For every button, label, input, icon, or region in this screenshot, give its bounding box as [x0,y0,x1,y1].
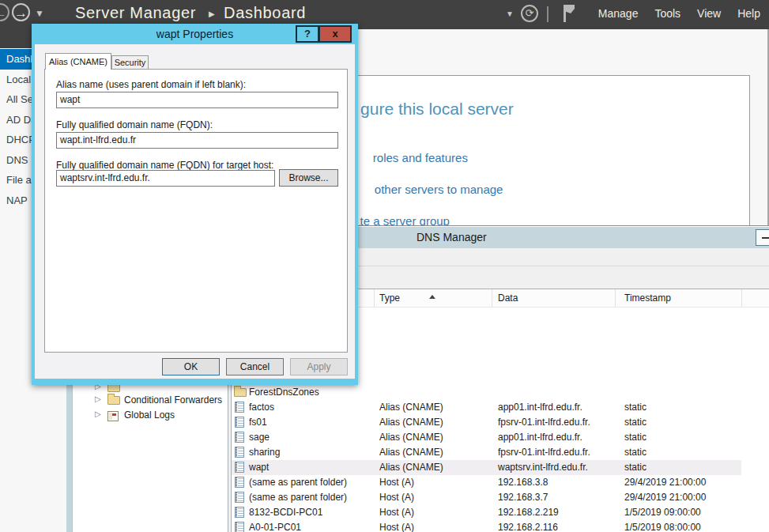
record-type: Host (A) [379,522,414,532]
column-separator[interactable] [615,289,616,307]
record-name: ForestDnsZones [249,387,319,398]
folder-icon [234,388,247,397]
record-timestamp: static [624,417,646,428]
ok-button[interactable]: OK [162,358,220,375]
record-data: waptsrv.int-lfrd.edu.fr. [498,462,588,473]
dns-record-row-wapt[interactable]: waptAlias (CNAME)waptsrv.int-lfrd.edu.fr… [232,460,769,475]
welcome-link-add-servers[interactable]: Add other servers to manage [375,183,503,196]
record-icon [235,417,244,428]
minimize-button[interactable] [756,229,769,246]
record-name: (same as parent folder) [249,492,347,503]
record-timestamp: 29/4/2019 21:00:00 [624,477,706,488]
column-header-type[interactable]: Type [379,292,400,304]
record-icon [235,402,244,413]
record-data: 192.168.2.219 [498,507,559,518]
nav-dropdown-icon[interactable]: ▼ [35,8,44,19]
dns-record-row-8132-bcdi-pc01[interactable]: 8132-BCDI-PC01Host (A)192.168.2.2191/5/2… [232,505,769,520]
fqdn-input[interactable]: wapt.int-lfrd.edu.fr [56,132,338,149]
target-host-input[interactable]: waptsrv.int-lfrd.edu.fr. [56,170,275,187]
column-separator[interactable] [492,289,492,307]
refresh-icon[interactable]: ⟳ [521,5,538,22]
target-host-label: Fully qualified domain name (FQDN) for t… [56,160,273,171]
apply-button[interactable]: Apply [290,358,348,375]
folder-icon [107,396,120,405]
record-icon [235,477,244,488]
record-type: Alias (CNAME) [379,417,443,428]
menu-tools[interactable]: Tools [654,7,680,20]
dns-record-row--same-as-parent-folder-[interactable]: (same as parent folder)Host (A)192.168.3… [232,475,769,490]
record-name: A0-01-PC01 [249,522,301,532]
dns-record-row-sharing[interactable]: sharingAlias (CNAME)fpsrv-01.int-lfrd.ed… [232,445,769,460]
breadcrumb-root[interactable]: Server Manager [75,4,196,22]
tab-alias-cname[interactable]: Alias (CNAME) [45,53,111,70]
dialog-close-button[interactable]: x [319,25,352,43]
record-type: Alias (CNAME) [379,402,443,413]
record-name: (same as parent folder) [249,477,347,488]
record-type: Alias (CNAME) [379,462,443,473]
record-name: factos [249,402,274,413]
welcome-heading[interactable]: Configure this local server [360,100,514,119]
column-separator[interactable] [741,289,742,307]
dialog-body: Alias (CNAME) Security Alias name (uses … [35,44,355,379]
dns-record-row-forestdnszones[interactable]: ForestDnsZones [232,385,769,400]
tree-item-label: Global Logs [124,409,175,421]
sort-ascending-icon [429,295,435,299]
flag-icon[interactable] [564,5,566,22]
record-icon [235,462,244,473]
menu-help[interactable]: Help [737,7,760,20]
fqdn-label: Fully qualified domain name (FQDN): [56,119,213,130]
record-timestamp: static [624,447,646,458]
record-timestamp: static [624,432,646,443]
record-name: 8132-BCDI-PC01 [249,507,322,518]
dialog-help-button[interactable]: ? [296,25,319,43]
dns-window-title: DNS Manager [417,231,487,243]
column-header-data[interactable]: Data [498,292,518,304]
record-data: 192.168.3.8 [498,477,548,488]
dns-record-row-sage[interactable]: sageAlias (CNAME)app01.int-lfrd.edu.fr.s… [232,430,769,445]
record-icon [235,447,244,458]
breadcrumb-separator-icon: ▶ [209,9,215,18]
menu-manage[interactable]: Manage [598,7,639,20]
forward-button[interactable]: → [12,3,30,21]
column-separator[interactable] [374,289,375,307]
record-icon [235,507,244,518]
record-name: fs01 [249,417,267,428]
notifications-dropdown-icon[interactable]: ▼ [506,9,514,18]
cancel-button[interactable]: Cancel [226,358,284,375]
alias-name-input[interactable]: wapt [56,92,338,108]
record-data: app01.int-lfrd.edu.fr. [498,432,582,443]
tab-security[interactable]: Security [111,55,149,70]
record-name: sharing [249,447,280,458]
dns-record-row-fs01[interactable]: fs01Alias (CNAME)fpsrv-01.int-lfrd.edu.f… [232,415,769,430]
dialog-tab-page: Alias name (uses parent domain if left b… [44,69,348,353]
menu-view[interactable]: View [697,7,721,20]
expand-caret-icon[interactable]: ▷ [95,394,101,403]
record-data: 192.168.2.116 [498,522,558,532]
dns-record-row-a0-01-pc01[interactable]: A0-01-PC01Host (A)192.168.2.1161/5/2019 … [232,520,769,532]
record-timestamp: static [624,402,646,413]
record-data: fpsrv-01.int-lfrd.edu.fr. [498,417,590,428]
wapt-properties-dialog: wapt Properties ? x Alias (CNAME) Securi… [32,24,358,385]
expand-caret-icon[interactable]: ▷ [95,409,101,418]
column-header-timestamp[interactable]: Timestamp [624,292,671,304]
record-type: Alias (CNAME) [379,447,443,458]
record-name: wapt [249,462,269,473]
record-type: Host (A) [379,507,414,518]
record-data: fpsrv-01.int-lfrd.edu.fr. [498,447,590,458]
log-icon [107,411,119,421]
welcome-link-add-roles[interactable]: Add roles and features [373,151,468,164]
record-icon [235,432,244,443]
record-name: sage [249,432,270,443]
alias-name-label: Alias name (uses parent domain if left b… [56,79,246,90]
record-icon [235,522,244,532]
record-icon [235,492,244,503]
back-button[interactable]: ← [0,3,9,21]
topbar-divider [547,6,548,22]
record-type: Alias (CNAME) [379,432,443,443]
record-data: app01.int-lfrd.edu.fr. [498,402,582,413]
browse-button[interactable]: Browse... [279,169,338,187]
record-timestamp: static [624,462,646,473]
dns-record-row-factos[interactable]: factosAlias (CNAME)app01.int-lfrd.edu.fr… [232,400,769,415]
dns-record-row--same-as-parent-folder-[interactable]: (same as parent folder)Host (A)192.168.3… [232,490,769,505]
record-type: Host (A) [379,477,414,488]
